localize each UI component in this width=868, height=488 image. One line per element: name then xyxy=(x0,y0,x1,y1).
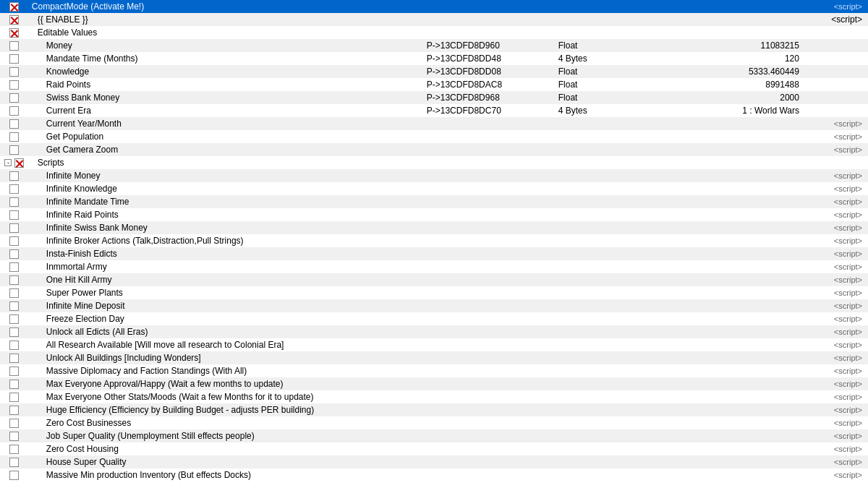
checkbox-cell[interactable] xyxy=(0,325,29,338)
checkbox-checked[interactable] xyxy=(14,158,24,168)
table-row[interactable]: Zero Cost Businesses <script> xyxy=(0,416,868,429)
table-row[interactable]: Current Year/Month <script> xyxy=(0,117,868,130)
checkbox-cell[interactable] xyxy=(0,442,29,455)
table-row[interactable]: {{ ENABLE }} <script> xyxy=(0,13,868,26)
checkbox-cell[interactable] xyxy=(0,130,29,143)
checkbox-empty[interactable] xyxy=(9,54,19,64)
checkbox-empty[interactable] xyxy=(9,41,19,51)
checkbox-cell[interactable] xyxy=(0,143,29,156)
table-row[interactable]: Swiss Bank Money P->13CDFD8D968 Float 20… xyxy=(0,91,868,104)
checkbox-cell[interactable] xyxy=(0,91,29,104)
table-row[interactable]: CompactMode (Activate Me!) <script> xyxy=(0,0,868,13)
checkbox-empty[interactable] xyxy=(9,406,19,415)
checkbox-cell[interactable] xyxy=(0,377,29,390)
checkbox-cell[interactable] xyxy=(0,52,29,65)
checkbox-cell[interactable] xyxy=(0,208,29,221)
table-row[interactable]: Get Camera Zoom <script> xyxy=(0,143,868,156)
table-row[interactable]: Infinite Mine Deposit <script> xyxy=(0,299,868,312)
checkbox-cell[interactable] xyxy=(0,468,29,481)
checkbox-cell[interactable] xyxy=(0,403,29,416)
checkbox-empty[interactable] xyxy=(9,445,19,454)
checkbox-empty[interactable] xyxy=(9,328,19,337)
checkbox-cell[interactable] xyxy=(0,221,29,234)
checkbox-cell[interactable] xyxy=(0,429,29,442)
checkbox-cell[interactable] xyxy=(0,0,29,13)
checkbox-empty[interactable] xyxy=(9,67,19,77)
checkbox-empty[interactable] xyxy=(9,458,19,467)
table-row[interactable]: Unlock all Edicts (All Eras) <script> xyxy=(0,325,868,338)
checkbox-empty[interactable] xyxy=(9,380,19,389)
checkbox-cell[interactable] xyxy=(0,13,29,26)
checkbox-empty[interactable] xyxy=(9,197,19,207)
table-row[interactable]: Infinite Money <script> xyxy=(0,169,868,182)
checkbox-empty[interactable] xyxy=(9,432,19,441)
checkbox-checked[interactable] xyxy=(9,15,19,25)
checkbox-empty[interactable] xyxy=(9,354,19,363)
checkbox-empty[interactable] xyxy=(9,288,19,298)
table-row[interactable]: Get Population <script> xyxy=(0,130,868,143)
checkbox-empty[interactable] xyxy=(9,314,19,324)
checkbox-cell[interactable] xyxy=(0,65,29,78)
checkbox-cell[interactable] xyxy=(0,286,29,299)
checkbox-cell[interactable] xyxy=(0,26,29,39)
checkbox-cell[interactable] xyxy=(0,78,29,91)
checkbox-empty[interactable] xyxy=(9,301,19,311)
checkbox-cell[interactable] xyxy=(0,169,29,182)
table-row[interactable]: Massive Min production Inventory (But ef… xyxy=(0,468,868,481)
checkbox-checked[interactable] xyxy=(9,28,19,38)
table-row[interactable]: Zero Cost Housing <script> xyxy=(0,442,868,455)
table-row[interactable]: Max Everyone Other Stats/Moods (Wait a f… xyxy=(0,390,868,403)
checkbox-empty[interactable] xyxy=(9,419,19,428)
cheat-table[interactable]: CompactMode (Activate Me!) <script> {{ E… xyxy=(0,0,868,488)
checkbox-empty[interactable] xyxy=(9,93,19,103)
checkbox-empty[interactable] xyxy=(9,367,19,376)
checkbox-cell[interactable] xyxy=(0,351,29,364)
checkbox-checked[interactable] xyxy=(9,2,19,12)
table-row[interactable]: House Super Quality <script> xyxy=(0,455,868,468)
checkbox-cell[interactable] xyxy=(0,117,29,130)
table-row[interactable]: Freeze Election Day <script> xyxy=(0,312,868,325)
checkbox-empty[interactable] xyxy=(9,236,19,246)
checkbox-empty[interactable] xyxy=(9,341,19,350)
table-row[interactable]: Inmmortal Army <script> xyxy=(0,260,868,273)
table-row[interactable]: Infinite Broker Actions (Talk,Distractio… xyxy=(0,234,868,247)
table-row[interactable]: Money P->13CDFD8D960 Float 11083215 xyxy=(0,39,868,52)
checkbox-cell[interactable] xyxy=(0,273,29,286)
checkbox-empty[interactable] xyxy=(9,132,19,142)
checkbox-empty[interactable] xyxy=(9,171,19,181)
table-row[interactable]: Raid Points P->13CDFD8DAC8 Float 8991488 xyxy=(0,78,868,91)
checkbox-empty[interactable] xyxy=(9,471,19,480)
checkbox-empty[interactable] xyxy=(9,80,19,90)
table-row[interactable]: Max Everyone Approval/Happy (Wait a few … xyxy=(0,377,868,390)
checkbox-empty[interactable] xyxy=(9,393,19,402)
checkbox-empty[interactable] xyxy=(9,275,19,285)
table-row[interactable]: Editable Values xyxy=(0,26,868,39)
table-row[interactable]: Infinite Raid Points <script> xyxy=(0,208,868,221)
checkbox-cell[interactable] xyxy=(0,247,29,260)
checkbox-empty[interactable] xyxy=(9,145,19,155)
checkbox-cell[interactable] xyxy=(0,364,29,377)
table-row[interactable]: Knowledge P->13CDFD8DD08 Float 5333.4604… xyxy=(0,65,868,78)
checkbox-cell[interactable] xyxy=(0,182,29,195)
checkbox-cell[interactable] xyxy=(0,455,29,468)
checkbox-empty[interactable] xyxy=(9,249,19,259)
checkbox-cell[interactable] xyxy=(0,390,29,403)
checkbox-cell[interactable]: - xyxy=(0,156,29,169)
checkbox-cell[interactable] xyxy=(0,416,29,429)
row-value[interactable]: 2000 xyxy=(703,91,801,104)
row-value[interactable]: 8991488 xyxy=(703,78,801,91)
table-row[interactable]: Super Power Plants <script> xyxy=(0,286,868,299)
checkbox-empty[interactable] xyxy=(9,223,19,233)
table-row[interactable]: Job Super Quality (Unemployment Still ef… xyxy=(0,429,868,442)
expand-icon[interactable]: - xyxy=(4,159,12,166)
checkbox-cell[interactable] xyxy=(0,312,29,325)
table-row[interactable]: Insta-Finish Edicts <script> xyxy=(0,247,868,260)
row-value[interactable]: 5333.460449 xyxy=(703,65,801,78)
table-row[interactable]: Current Era P->13CDFD8DC70 4 Bytes 1 : W… xyxy=(0,104,868,117)
checkbox-cell[interactable] xyxy=(0,260,29,273)
table-row[interactable]: Massive Diplomacy and Faction Standings … xyxy=(0,364,868,377)
table-row[interactable]: Huge Efficiency (Efficiency by Building … xyxy=(0,403,868,416)
table-row[interactable]: Infinite Knowledge <script> xyxy=(0,182,868,195)
table-row[interactable]: All Research Available [Will move all re… xyxy=(0,338,868,351)
checkbox-cell[interactable] xyxy=(0,39,29,52)
